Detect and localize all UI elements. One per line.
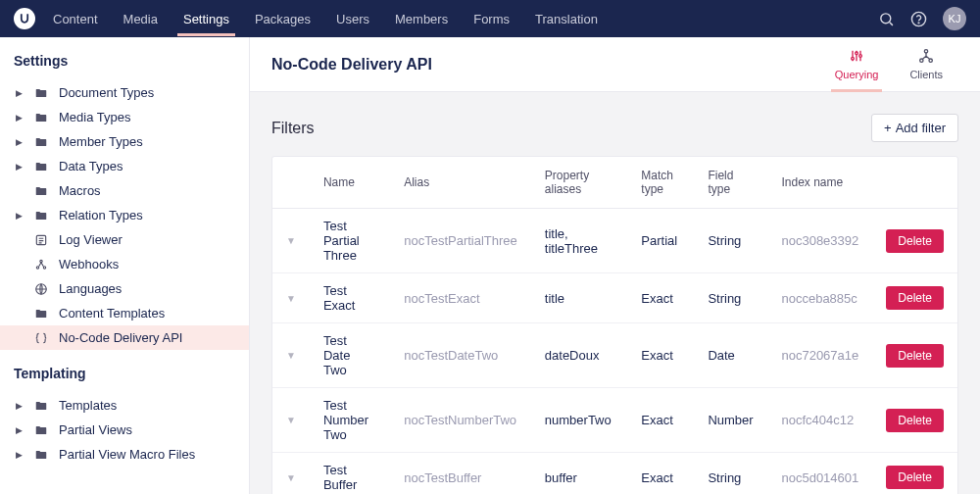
table-row: ▼Test Date TwonocTestDateTwodateDouxExac… — [272, 323, 957, 388]
page-tabs: QueryingClients — [819, 37, 958, 92]
network-icon — [918, 48, 934, 66]
sidebar-item-content-templates[interactable]: ▶Content Templates — [0, 301, 249, 325]
cell-name[interactable]: Test Partial Three — [310, 209, 390, 273]
filters-thead-row: NameAliasProperty aliasesMatch typeField… — [272, 157, 957, 209]
page-header: No-Code Delivery API QueryingClients — [250, 37, 980, 92]
delete-button[interactable]: Delete — [886, 344, 944, 368]
search-icon[interactable] — [878, 11, 895, 27]
delete-button[interactable]: Delete — [886, 229, 944, 253]
cell-props: title — [531, 273, 628, 323]
sidebar: Settings ▶Document Types▶Media Types▶Mem… — [0, 37, 250, 494]
sidebar-item-log-viewer[interactable]: ▶Log Viewer — [0, 227, 249, 252]
top-navbar: ContentMediaSettingsPackagesUsersMembers… — [0, 0, 980, 37]
cell-alias: nocTestBuffer — [390, 453, 531, 494]
nav-item-content[interactable]: Content — [51, 2, 100, 36]
tab-label: Querying — [835, 69, 879, 80]
cell-index: noc72067a1e — [767, 323, 872, 388]
svg-point-4 — [36, 266, 38, 268]
svg-point-6 — [40, 260, 42, 262]
cell-index: nocfc404c12 — [767, 388, 872, 453]
chevron-right-icon: ▶ — [14, 88, 24, 98]
sidebar-item-document-types[interactable]: ▶Document Types — [0, 80, 249, 105]
sidebar-item-templates[interactable]: ▶Templates — [0, 393, 249, 418]
folder-icon — [33, 86, 49, 100]
sidebar-item-label: Partial View Macro Files — [59, 447, 195, 462]
nav-item-members[interactable]: Members — [393, 2, 450, 36]
sidebar-item-label: Webhooks — [59, 257, 119, 272]
braces-icon — [33, 331, 49, 345]
nav-item-users[interactable]: Users — [334, 2, 371, 36]
cell-name[interactable]: Test Date Two — [310, 323, 390, 388]
svg-point-10 — [859, 55, 862, 58]
sidebar-item-label: Macros — [59, 183, 101, 198]
sidebar-group-label: Templating — [0, 350, 249, 393]
cell-index: noc5d014601 — [767, 453, 872, 494]
drag-handle-icon[interactable]: ▼ — [272, 323, 310, 388]
user-avatar[interactable]: KJ — [943, 7, 966, 30]
sidebar-item-label: Media Types — [59, 110, 130, 124]
drag-handle-icon[interactable]: ▼ — [272, 273, 310, 323]
umbraco-logo-icon — [18, 12, 31, 25]
table-row: ▼Test Number TwonocTestNumberTwonumberTw… — [272, 388, 957, 453]
sidebar-item-no-code-delivery-api[interactable]: ▶No-Code Delivery API — [0, 325, 249, 350]
delete-button[interactable]: Delete — [886, 409, 944, 432]
tab-querying[interactable]: Querying — [819, 37, 895, 92]
svg-point-13 — [929, 59, 932, 62]
cell-match: Exact — [627, 273, 694, 323]
cell-alias: nocTestDateTwo — [390, 323, 531, 388]
delete-button[interactable]: Delete — [886, 466, 944, 489]
chevron-right-icon: ▶ — [14, 113, 24, 123]
sidebar-item-data-types[interactable]: ▶Data Types — [0, 154, 249, 178]
sidebar-item-label: Member Types — [59, 134, 143, 149]
cell-field: Number — [694, 388, 767, 453]
nav-item-translation[interactable]: Translation — [533, 2, 600, 36]
filters-section-head: Filters +Add filter — [271, 92, 958, 156]
svg-point-8 — [852, 57, 855, 60]
tab-clients[interactable]: Clients — [894, 37, 958, 92]
sidebar-item-macros[interactable]: ▶Macros — [0, 178, 249, 203]
sidebar-title: Settings — [0, 37, 249, 80]
nav-item-media[interactable]: Media — [122, 2, 160, 36]
folder-icon — [33, 135, 49, 149]
table-row: ▼Test ExactnocTestExacttitleExactStringn… — [272, 273, 957, 323]
app-logo[interactable] — [14, 8, 35, 29]
filters-table: NameAliasProperty aliasesMatch typeField… — [271, 156, 958, 494]
chevron-right-icon: ▶ — [14, 450, 24, 460]
drag-handle-icon[interactable]: ▼ — [272, 209, 310, 273]
nav-item-forms[interactable]: Forms — [471, 2, 512, 36]
chevron-right-icon: ▶ — [14, 401, 24, 411]
folder-icon — [33, 448, 49, 462]
sidebar-item-relation-types[interactable]: ▶Relation Types — [0, 203, 249, 227]
cell-field: String — [694, 209, 767, 273]
add-filter-button[interactable]: +Add filter — [871, 114, 958, 142]
sidebar-item-languages[interactable]: ▶Languages — [0, 276, 249, 301]
cell-match: Exact — [627, 453, 694, 494]
delete-button[interactable]: Delete — [886, 286, 944, 310]
drag-handle-icon[interactable]: ▼ — [272, 388, 310, 453]
drag-handle-icon[interactable]: ▼ — [272, 453, 310, 494]
cell-name[interactable]: Test Buffer — [310, 453, 390, 494]
sidebar-item-member-types[interactable]: ▶Member Types — [0, 129, 249, 154]
sidebar-groups: ▶Document Types▶Media Types▶Member Types… — [0, 80, 249, 467]
col-header: Index name — [767, 157, 872, 209]
folder-icon — [33, 160, 49, 173]
svg-point-2 — [918, 23, 919, 24]
cell-name[interactable]: Test Number Two — [310, 388, 390, 453]
folder-icon — [33, 184, 49, 198]
nav-item-settings[interactable]: Settings — [181, 2, 231, 36]
col-header: Match type — [627, 157, 694, 209]
sidebar-item-partial-view-macro-files[interactable]: ▶Partial View Macro Files — [0, 442, 249, 467]
cell-props: buffer — [531, 453, 628, 494]
log-icon — [33, 233, 49, 247]
nav-item-packages[interactable]: Packages — [253, 2, 313, 36]
tab-label: Clients — [909, 69, 943, 80]
help-icon[interactable] — [910, 11, 927, 27]
sidebar-item-webhooks[interactable]: ▶Webhooks — [0, 252, 249, 276]
svg-point-9 — [856, 52, 858, 55]
cell-match: Exact — [627, 388, 694, 453]
webhook-icon — [33, 258, 49, 272]
cell-name[interactable]: Test Exact — [310, 273, 390, 323]
sidebar-item-partial-views[interactable]: ▶Partial Views — [0, 418, 249, 442]
main-content: No-Code Delivery API QueryingClients Fil… — [250, 37, 980, 494]
sidebar-item-media-types[interactable]: ▶Media Types — [0, 105, 249, 129]
